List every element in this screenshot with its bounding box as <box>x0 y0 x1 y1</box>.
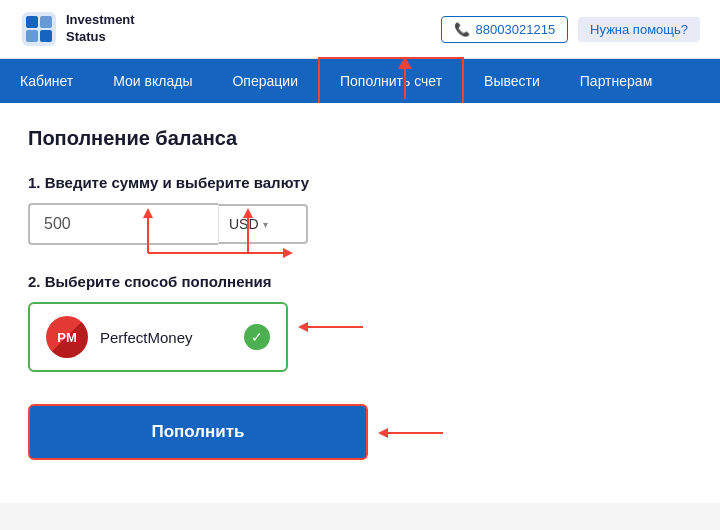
nav-item-cabinet[interactable]: Кабинет <box>0 59 93 103</box>
submit-button[interactable]: Пополнить <box>28 404 368 460</box>
nav-arrow-annotation <box>398 57 412 99</box>
main-content: Пополнение баланса 1. Введите сумму и вы… <box>0 103 720 503</box>
svg-rect-1 <box>26 16 38 28</box>
nav-item-partners[interactable]: Партнерам <box>560 59 672 103</box>
nav-item-topup[interactable]: Пополнить счет <box>318 57 464 105</box>
pm-check-icon: ✓ <box>244 324 270 350</box>
pm-logo: PM <box>46 316 88 358</box>
payment-option-perfectmoney[interactable]: PM PerfectMoney ✓ <box>28 302 288 372</box>
svg-marker-6 <box>143 208 153 218</box>
phone-icon: 📞 <box>454 22 470 37</box>
svg-rect-3 <box>26 30 38 42</box>
page-title: Пополнение баланса <box>28 127 692 150</box>
payment-arrow-svg <box>293 312 373 342</box>
step2-label: 2. Выберите способ пополнения <box>28 273 692 290</box>
payment-section: 2. Выберите способ пополнения PM Perfect… <box>28 273 692 372</box>
help-button[interactable]: Нужна помощь? <box>578 17 700 42</box>
amount-arrow-svg <box>88 203 388 263</box>
logo-text: Investment Status <box>66 12 135 46</box>
pm-name: PerfectMoney <box>100 329 193 346</box>
nav-item-operations[interactable]: Операции <box>212 59 318 103</box>
logo-icon <box>20 10 58 48</box>
nav-item-deposits[interactable]: Мои вклады <box>93 59 212 103</box>
step1-label: 1. Введите сумму и выберите валюту <box>28 174 692 191</box>
navigation: Кабинет Мои вклады Операции Пополнить сч… <box>0 59 720 103</box>
svg-marker-13 <box>298 322 308 332</box>
svg-marker-15 <box>378 428 388 438</box>
phone-button[interactable]: 📞 88003021215 <box>441 16 569 43</box>
submit-area: Пополнить <box>28 404 368 460</box>
svg-rect-4 <box>40 30 52 42</box>
submit-arrow-svg <box>373 418 453 448</box>
header: Investment Status 📞 88003021215 Нужна по… <box>0 0 720 59</box>
svg-marker-11 <box>283 248 293 258</box>
nav-item-withdraw[interactable]: Вывести <box>464 59 560 103</box>
svg-marker-8 <box>243 208 253 218</box>
header-right: 📞 88003021215 Нужна помощь? <box>441 16 700 43</box>
logo: Investment Status <box>20 10 135 48</box>
svg-rect-2 <box>40 16 52 28</box>
payment-option-wrapper: PM PerfectMoney ✓ <box>28 302 288 372</box>
